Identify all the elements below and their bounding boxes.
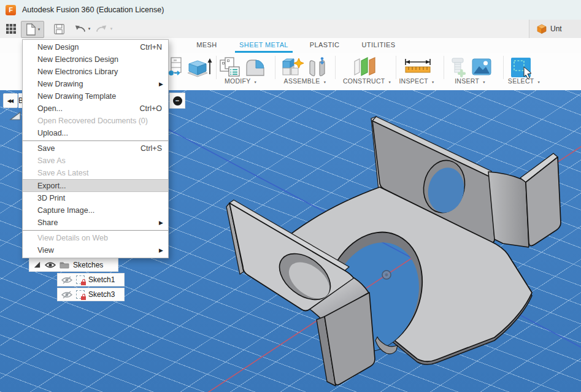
menu-item-export[interactable]: Export... [23, 179, 168, 192]
caret-down-icon: ▾ [432, 80, 434, 84]
bend-tool-icon[interactable] [244, 56, 266, 79]
menu-separator [23, 140, 168, 141]
menu-item-new-drawing[interactable]: New Drawing ▶ [23, 78, 168, 90]
app-launcher-button[interactable] [4, 21, 18, 37]
group-separator [335, 56, 336, 79]
file-icon [25, 23, 36, 36]
menu-separator [23, 230, 168, 231]
component-cube-icon [537, 24, 547, 34]
joint-tool-icon[interactable] [307, 56, 328, 79]
submenu-arrow-icon: ▶ [159, 220, 168, 226]
caret-down-icon: ▾ [38, 27, 40, 32]
group-separator [396, 56, 396, 79]
menu-item-open-recovered-documents: Open Recovered Documents (0) [23, 115, 168, 127]
sketch-icon [76, 275, 85, 284]
submenu-arrow-icon: ▶ [159, 81, 168, 87]
select-tool-icon[interactable] [510, 56, 537, 80]
fusion360-window: F Autodesk Fusion 360 (Education License… [0, 0, 581, 392]
menu-item-upload[interactable]: Upload... [23, 127, 168, 139]
group-separator [444, 56, 444, 79]
menu-item-save-as-latest: Save As Latest [23, 167, 168, 179]
browser-item-sketch1[interactable]: Sketch1 [57, 273, 125, 286]
group-label-select[interactable]: SELECT ▾ [508, 77, 540, 85]
menu-item-save-as: Save As [23, 155, 168, 167]
menu-item-new-drawing-template[interactable]: New Drawing Template [23, 90, 168, 102]
menu-item-view-details-on-web: View Details on Web [23, 232, 168, 244]
origin-marker[interactable] [382, 271, 391, 279]
undo-button[interactable]: ▾ [71, 21, 92, 37]
insert-mcmaster-bolt-icon[interactable] [448, 56, 469, 79]
menu-item-share[interactable]: Share ▶ [23, 217, 168, 229]
group-separator [216, 56, 217, 79]
sketch-label: Sketch1 [88, 275, 115, 284]
fusion-app-icon: F [6, 5, 16, 15]
visibility-off-icon[interactable] [61, 291, 72, 299]
file-menu-button[interactable]: ▾ [21, 21, 44, 38]
document-tab-label: Unt [550, 25, 562, 33]
caret-down-icon: ▾ [88, 26, 91, 31]
group-label-modify[interactable]: MODIFY ▾ [225, 77, 256, 85]
new-component-icon[interactable] [279, 56, 304, 79]
group-separator [503, 56, 504, 79]
tab-sheet-metal[interactable]: SHEET METAL [239, 41, 288, 48]
visibility-off-icon[interactable] [61, 276, 72, 284]
title-bar: F Autodesk Fusion 360 (Education License… [0, 0, 581, 20]
save-icon [53, 23, 65, 35]
menu-item-new-design[interactable]: New Design Ctrl+N [23, 41, 168, 53]
caret-down-icon: ▾ [483, 80, 485, 84]
grid-icon [6, 23, 17, 34]
tab-mesh[interactable]: MESH [196, 41, 217, 48]
browser-item-sketch3[interactable]: Sketch3 [57, 288, 125, 301]
caret-down-icon: ▾ [389, 80, 391, 84]
submenu-arrow-icon: ▶ [159, 247, 168, 253]
extrude-tool-icon[interactable] [187, 56, 212, 79]
redo-button[interactable]: ▾ [93, 21, 114, 37]
document-tab[interactable]: Unt [529, 20, 581, 38]
menu-item-view[interactable]: View ▶ [23, 244, 168, 256]
browser-collapse-button[interactable]: ◀◀ [3, 93, 18, 108]
group-label-insert[interactable]: INSERT ▾ [455, 77, 485, 85]
expand-triangle-icon[interactable] [33, 261, 41, 269]
caret-down-icon: ▾ [324, 80, 326, 84]
display-settings-collapse-button[interactable]: − [169, 93, 185, 109]
unfold-tool-icon[interactable] [220, 56, 240, 77]
folder-label: Sketches [73, 261, 103, 269]
flange-tool-icon[interactable] [167, 56, 185, 77]
group-separator [275, 56, 275, 79]
quick-access-toolbar: ▾ ▾ ▾ [0, 20, 581, 39]
measure-icon[interactable] [402, 56, 433, 76]
construct-plane-icon[interactable] [352, 56, 379, 77]
browser-folder-sketches[interactable]: Sketches [29, 258, 118, 272]
lock-icon [81, 296, 86, 300]
undo-icon [73, 23, 87, 34]
insert-image-icon[interactable] [471, 56, 492, 77]
caret-down-icon: ▾ [255, 80, 257, 84]
caret-down-icon: ▾ [538, 80, 541, 84]
lock-icon [81, 282, 86, 285]
caret-down-icon: ▾ [110, 26, 113, 31]
group-label-construct[interactable]: CONSTRUCT ▾ [343, 77, 391, 85]
menu-item-save[interactable]: Save Ctrl+S [23, 142, 168, 155]
tab-plastic[interactable]: PLASTIC [310, 41, 340, 48]
group-label-inspect[interactable]: INSPECT ▾ [399, 77, 434, 85]
window-title: Autodesk Fusion 360 (Education License) [22, 6, 164, 14]
menu-item-capture-image[interactable]: Capture Image... [23, 204, 168, 217]
sketch-icon [76, 290, 85, 299]
menu-item-3d-print[interactable]: 3D Print [23, 192, 168, 204]
folder-icon [60, 261, 69, 269]
minus-icon: − [173, 96, 182, 106]
menu-item-new-electronics-library[interactable]: New Electronics Library [23, 66, 168, 78]
browser-root-expand-icon[interactable] [9, 111, 21, 121]
tab-utilities[interactable]: UTILITIES [362, 41, 396, 48]
group-label-assemble[interactable]: ASSEMBLE ▾ [284, 77, 326, 85]
sketch-label: Sketch3 [88, 290, 115, 299]
visibility-eye-icon[interactable] [45, 261, 56, 269]
save-button[interactable] [50, 21, 67, 37]
file-menu-dropdown: New Design Ctrl+N New Electronics Design… [22, 39, 169, 258]
menu-item-new-electronics-design[interactable]: New Electronics Design [23, 53, 168, 66]
redo-icon [95, 23, 109, 34]
menu-item-open[interactable]: Open... Ctrl+O [23, 102, 168, 115]
